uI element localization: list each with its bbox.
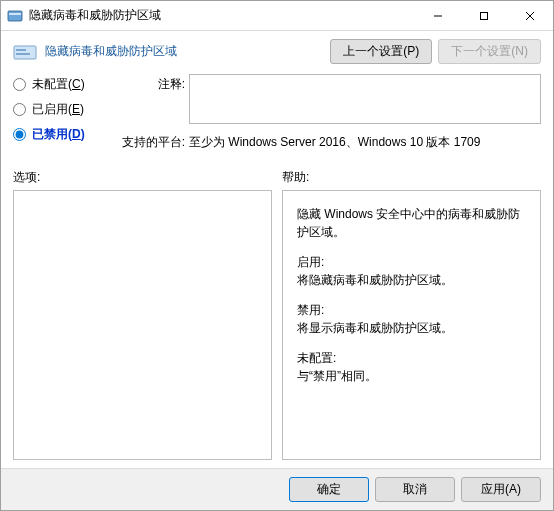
footer: 确定 取消 应用(A)	[1, 468, 553, 510]
header-title: 隐藏病毒和威胁防护区域	[45, 43, 330, 60]
window-title: 隐藏病毒和威胁防护区域	[29, 7, 415, 24]
options-pane	[13, 190, 272, 460]
apply-button[interactable]: 应用(A)	[461, 477, 541, 502]
comment-label: 注释:	[115, 74, 185, 124]
help-p3b: 将显示病毒和威胁防护区域。	[297, 321, 453, 335]
radio-not-configured[interactable]: 未配置(C)	[13, 76, 105, 93]
state-radios: 未配置(C) 已启用(E) 已禁用(D)	[13, 74, 105, 151]
svg-rect-6	[14, 46, 36, 59]
help-p4b: 与“禁用”相同。	[297, 369, 377, 383]
fields: 注释: 支持的平台: 至少为 Windows Server 2016、Windo…	[115, 74, 541, 151]
platform-label: 支持的平台:	[115, 132, 185, 151]
help-p2b: 将隐藏病毒和威胁防护区域。	[297, 273, 453, 287]
svg-rect-7	[16, 49, 26, 51]
radio-enabled-input[interactable]	[13, 103, 26, 116]
next-setting-button: 下一个设置(N)	[438, 39, 541, 64]
radio-enabled[interactable]: 已启用(E)	[13, 101, 105, 118]
help-p2a: 启用:	[297, 255, 324, 269]
radio-not-configured-input[interactable]	[13, 78, 26, 91]
svg-rect-0	[8, 11, 22, 21]
radio-disabled-label: 已禁用(D)	[32, 126, 85, 143]
app-icon	[7, 8, 23, 24]
help-p3: 禁用: 将显示病毒和威胁防护区域。	[297, 301, 526, 337]
help-p4: 未配置: 与“禁用”相同。	[297, 349, 526, 385]
svg-rect-3	[481, 12, 488, 19]
help-p2: 启用: 将隐藏病毒和威胁防护区域。	[297, 253, 526, 289]
help-label: 帮助:	[282, 169, 541, 186]
cancel-button[interactable]: 取消	[375, 477, 455, 502]
comment-box[interactable]	[189, 74, 541, 124]
ok-button[interactable]: 确定	[289, 477, 369, 502]
header: 隐藏病毒和威胁防护区域 上一个设置(P) 下一个设置(N)	[1, 31, 553, 74]
radio-disabled-input[interactable]	[13, 128, 26, 141]
panes: 隐藏 Windows 安全中心中的病毒和威胁防护区域。 启用: 将隐藏病毒和威胁…	[1, 190, 553, 468]
config-area: 未配置(C) 已启用(E) 已禁用(D) 注释: 支持的平台: 至少为 Wind…	[1, 74, 553, 157]
radio-not-configured-label: 未配置(C)	[32, 76, 85, 93]
close-button[interactable]	[507, 1, 553, 30]
radio-disabled[interactable]: 已禁用(D)	[13, 126, 105, 143]
help-p4a: 未配置:	[297, 351, 336, 365]
help-p3a: 禁用:	[297, 303, 324, 317]
prev-setting-button[interactable]: 上一个设置(P)	[330, 39, 432, 64]
svg-rect-8	[16, 53, 30, 55]
titlebar: 隐藏病毒和威胁防护区域	[1, 1, 553, 31]
radio-enabled-label: 已启用(E)	[32, 101, 84, 118]
maximize-button[interactable]	[461, 1, 507, 30]
minimize-button[interactable]	[415, 1, 461, 30]
window-controls	[415, 1, 553, 30]
platform-value: 至少为 Windows Server 2016、Windows 10 版本 17…	[189, 132, 541, 151]
options-label: 选项:	[13, 169, 272, 186]
policy-icon	[13, 42, 37, 62]
section-labels: 选项: 帮助:	[1, 157, 553, 190]
help-p1: 隐藏 Windows 安全中心中的病毒和威胁防护区域。	[297, 205, 526, 241]
svg-rect-1	[9, 13, 21, 15]
help-pane: 隐藏 Windows 安全中心中的病毒和威胁防护区域。 启用: 将隐藏病毒和威胁…	[282, 190, 541, 460]
